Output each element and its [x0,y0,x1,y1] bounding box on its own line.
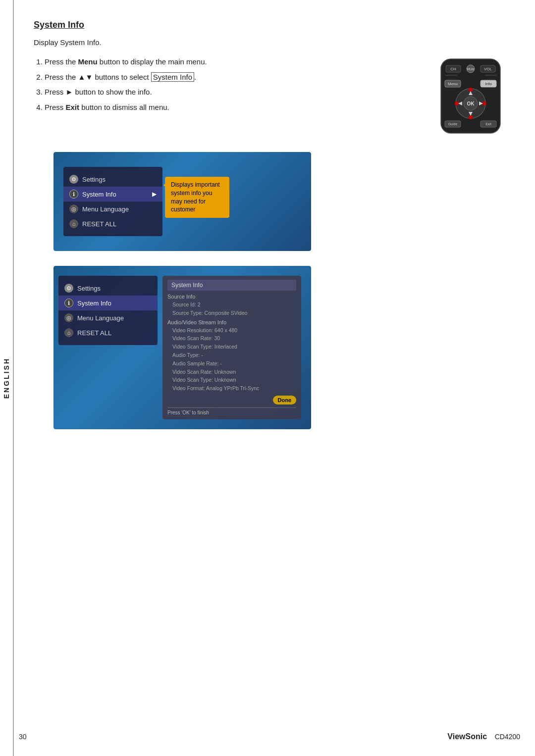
video-scan-type: Video Scan Type: Interlaced [167,343,296,351]
intro-text: Display System Info. [34,38,510,47]
sysinfo-dialog: System Info Source Info Source Id: 2 Sou… [162,276,301,419]
svg-point-14 [469,88,473,92]
tooltip-bubble: Displays important system info you may n… [165,177,229,218]
steps-list: Press the Menu button to display the mai… [34,56,421,117]
menu-item-sysinfo-2[interactable]: ℹ System Info [58,296,158,310]
video-scan-type-2: Video Scan Type: Unknown [167,376,296,384]
source-info-header: Source Info [167,294,296,300]
svg-text:OK: OK [467,101,475,106]
svg-point-17 [455,101,459,105]
done-button[interactable]: Done [273,396,297,404]
menu-item-lang-2[interactable]: ◎ Menu Language [58,310,158,325]
menu-item-reset[interactable]: ⌂ RESET ALL [63,216,162,231]
footer-right: ViewSonic CD4200 [447,732,520,741]
svg-text:Guide: Guide [448,122,458,126]
steps-remote-row: Press the Menu button to display the mai… [34,56,510,137]
settings-icon-2: ⚙ [64,284,73,293]
step-2: Press the ▲▼ buttons to select System In… [45,72,421,83]
info-icon-2: ℹ [64,299,73,307]
svg-text:Mute: Mute [467,67,475,71]
brand-name: ViewSonic [447,732,487,741]
sysinfo-title: System Info [167,280,296,291]
svg-point-16 [469,115,473,119]
step-1: Press the Menu button to display the mai… [45,56,421,68]
page-footer: 30 ViewSonic CD4200 [19,732,520,741]
video-resolution: Video Resolution: 640 x 480 [167,326,296,335]
menu-panel-1: ⚙ Settings ℹ System Info ▶ ◎ Menu Langua… [63,167,162,236]
video-scan-rate-2: Video Scan Rate: Unknown [167,368,296,376]
source-id: Source Id: 2 [167,301,296,309]
menu-item-settings: ⚙ Settings [63,172,162,187]
reset-icon: ⌂ [69,219,78,228]
tv-screen-1: ⚙ Settings ℹ System Info ▶ ◎ Menu Langua… [54,152,311,251]
done-row: Done [167,396,296,404]
av-stream-header: Audio/Video Stream Info [167,319,296,325]
video-scan-rate: Video Scan Rate: 30 [167,334,296,343]
model-name: CD4200 [495,733,520,741]
svg-text:CH: CH [450,67,456,71]
menu-arrow: ▶ [152,191,157,198]
page-title: System Info [34,20,510,30]
page-number: 30 [19,733,27,741]
svg-point-15 [482,101,486,105]
audio-sample-rate: Audio Sample Rate: - [167,359,296,368]
sysinfo-screen: ⚙ Settings ℹ System Info ◎ Menu Language… [54,266,311,429]
info-icon: ℹ [69,190,78,199]
language-icon-2: ◎ [64,313,73,322]
language-label: ENGLISH [0,0,14,756]
source-type: Source Type: Composite SVideo [167,309,296,317]
remote-control: CH Mute VOL Menu Info [431,56,510,137]
reset-icon-2: ⌂ [64,328,73,337]
svg-text:VOL: VOL [484,67,492,71]
svg-text:Menu: Menu [448,82,458,86]
menu-item-system-info[interactable]: ℹ System Info ▶ [63,187,162,202]
screenshot-panel-2: ⚙ Settings ℹ System Info ◎ Menu Language… [54,266,311,429]
menu-item-reset-2[interactable]: ⌂ RESET ALL [58,325,158,340]
svg-text:Info: Info [485,82,492,86]
menu-panel-2: ⚙ Settings ℹ System Info ◎ Menu Language… [58,276,158,345]
step-4: Press Exit button to dismiss all menu. [45,102,421,113]
menu-item-settings-2: ⚙ Settings [58,281,158,296]
step-3: Press ► button to show the info. [45,87,421,98]
svg-text:Exit: Exit [485,122,491,126]
language-icon: ◎ [69,204,78,213]
settings-icon: ⚙ [69,175,78,184]
video-format: Video Format: Analog YPrPb Tri-Sync [167,384,296,393]
sysinfo-footer: Press 'OK' to finish [167,407,296,415]
audio-type: Audio Type: - [167,351,296,359]
screenshot-panel-1: ⚙ Settings ℹ System Info ▶ ◎ Menu Langua… [54,152,311,251]
menu-item-language[interactable]: ◎ Menu Language [63,202,162,216]
